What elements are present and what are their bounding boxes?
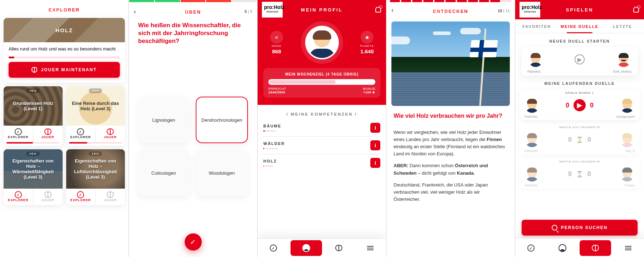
info-icon[interactable]: i <box>370 140 380 150</box>
card-explore-button[interactable]: EXPLORER <box>4 126 33 142</box>
new-duel-header: NEUES DUELL STARTEN <box>515 39 644 43</box>
competences-header: / MEINE KOMPETENZEN / <box>258 112 386 116</box>
card-explore-button[interactable]: EXPLORER <box>66 189 96 205</box>
course-card[interactable]: JEU Eine Reise durch das Holz (Level 3) … <box>66 86 125 146</box>
duel-row[interactable]: SPIELE RUNDE 1 0 ▶ 0 Patrick01 Georgmaye… <box>519 89 640 120</box>
brain-icon <box>107 191 114 198</box>
back-button[interactable]: ‹ <box>134 8 136 15</box>
back-button[interactable]: ‹ <box>391 6 394 14</box>
screen-practice: ‹ ÜBEN 5 | 5 Wie heißen die Wissenschaft… <box>129 0 258 257</box>
brand-logo[interactable]: pro:HolzSteiermark <box>519 2 540 18</box>
competence-row[interactable]: HOLZ i <box>258 154 386 171</box>
hourglass-icon: ⌛ <box>576 171 583 178</box>
brain-icon <box>107 128 114 135</box>
tab-favorites[interactable]: FAVORITEN <box>515 19 558 33</box>
score-right: 0 <box>590 102 594 109</box>
user-label: Patrick01 <box>525 115 538 118</box>
bottom-nav <box>258 238 386 257</box>
answer-option[interactable]: Woodologen <box>196 150 248 196</box>
course-card[interactable]: ✱ JEU Eigenschaften von Holz – Luftdurch… <box>66 149 125 205</box>
search-person-button[interactable]: PERSON SUCHEN <box>522 220 638 236</box>
avatar <box>525 166 540 181</box>
info-icon[interactable]: i <box>370 158 380 168</box>
profile-header: pro:HolzSteiermark MEIN PROFIL <box>258 0 386 19</box>
duel-row[interactable]: WARTE AUF GEGNER*IN 0 ⌛ 0 Patrick01 Fran… <box>519 158 640 189</box>
notifications-icon[interactable] <box>375 6 382 13</box>
brain-icon <box>44 191 52 198</box>
hero-progress <box>9 57 120 58</box>
score-left: 0 <box>566 102 569 109</box>
profile-avatar[interactable] <box>305 26 339 59</box>
card-badge: JEU <box>89 151 102 156</box>
competence-row[interactable]: BÄUME i <box>258 119 386 136</box>
nav-explore[interactable] <box>515 239 547 257</box>
nav-menu[interactable] <box>613 239 644 257</box>
card-progress <box>6 142 60 144</box>
start-duel-button[interactable]: ▶ <box>575 54 585 64</box>
explorer-hero-card[interactable]: HOLZ Alles rund um Holz und was es so be… <box>4 18 125 83</box>
user-label: Georgmayerl <box>616 115 635 118</box>
compass-icon <box>77 191 84 198</box>
screen-play: pro:HolzSteiermark SPIELEN FAVORITEN MEI… <box>515 0 644 257</box>
screen-discover: ‹ ENTDECKEN 10 | 11 Wie viel Holz verbra… <box>386 0 515 257</box>
notifications-icon[interactable] <box>633 6 640 13</box>
brain-icon <box>335 245 342 251</box>
avatar-icon <box>558 244 566 252</box>
brand-logo[interactable]: pro:HolzSteiermark <box>262 2 283 18</box>
nav-profile[interactable] <box>291 240 322 256</box>
course-card[interactable]: ✱ JEU Eigenschaften von Holz – Wärmeleit… <box>4 149 63 205</box>
new-duel-card[interactable]: ▶ Patrick01 Emil_MoM21 <box>522 47 638 76</box>
hourglass-icon: ⌛ <box>576 136 583 143</box>
tab-recent[interactable]: LETZTE <box>601 19 644 33</box>
score-left: 0 <box>568 136 572 144</box>
answer-option[interactable]: Lignologen <box>138 97 189 143</box>
brain-icon <box>44 128 52 135</box>
nav-play[interactable] <box>580 240 611 256</box>
duel-row[interactable]: WARTE AUF GEGNER*IN 0 ⌛ 0 Patrick01 Nils… <box>519 123 640 154</box>
course-card[interactable]: JEU Grundwissen Holz (Level 1) EXPLORER … <box>4 86 63 146</box>
avatar <box>525 98 540 113</box>
card-play-button[interactable]: JOUER <box>96 126 125 142</box>
card-play-button[interactable]: JOUER <box>33 126 63 142</box>
card-play-button: JOUER <box>96 189 125 205</box>
nav-explore[interactable] <box>258 239 289 257</box>
user-label: Emil_MoM21 <box>613 70 632 73</box>
profile-title: MEIN PROFIL <box>301 7 343 13</box>
info-icon[interactable]: i <box>370 123 380 133</box>
hamburger-icon <box>367 246 374 250</box>
card-actions: EXPLORER JOUER <box>4 126 63 142</box>
answer-option[interactable]: Cuticulogen <box>138 150 189 196</box>
card-explore-button[interactable]: EXPLORER <box>66 126 96 142</box>
card-badge: JEU <box>89 88 102 93</box>
tab-my-duels[interactable]: MEINE DUELLE <box>558 19 601 33</box>
user-label: Patrick01 <box>525 149 538 153</box>
compass-icon <box>527 244 535 252</box>
card-explore-button[interactable]: EXPLORER <box>4 189 33 205</box>
nav-play[interactable] <box>323 239 355 257</box>
bottom-nav <box>515 238 644 257</box>
user-label: Patrick01 <box>525 184 538 187</box>
brain-icon <box>31 67 37 73</box>
running-duels-header: MEINE LAUFENDEN DUELLE <box>515 81 644 86</box>
avatar <box>620 166 635 181</box>
play-round-button[interactable]: ▶ <box>574 99 586 111</box>
answer-options: Lignologen Dendrochronologen Cuticulogen… <box>138 97 248 196</box>
screen-profile: pro:HolzSteiermark MEIN PROFIL « RANG 86… <box>258 0 386 257</box>
brain-icon <box>592 245 599 251</box>
card-progress <box>69 142 122 144</box>
avatar <box>528 52 543 67</box>
hero-image: HOLZ <box>4 18 125 42</box>
nav-menu[interactable] <box>355 239 386 257</box>
avatar <box>525 132 540 147</box>
weekly-goal: MEIN WOCHENZIEL [4 TAGE ÜBRIG] ERREICHT1… <box>263 68 380 98</box>
discover-body: Wenn wir vergleichen, wie viel Holz jede… <box>386 121 515 210</box>
answer-option[interactable]: Dendrochronologen <box>196 97 248 143</box>
score-right: 0 <box>587 170 591 178</box>
avatar <box>620 132 635 147</box>
confirm-button[interactable]: ✓ <box>185 233 202 251</box>
duels-list: SPIELE RUNDE 1 0 ▶ 0 Patrick01 Georgmaye… <box>519 89 640 189</box>
play-now-button[interactable]: JOUER MAINTENANT <box>9 62 120 78</box>
competence-row[interactable]: WÄLDER i <box>258 137 386 154</box>
nav-profile[interactable] <box>547 239 578 257</box>
screen-explorer: EXPLORER HOLZ Alles rund um Holz und was… <box>0 0 129 257</box>
